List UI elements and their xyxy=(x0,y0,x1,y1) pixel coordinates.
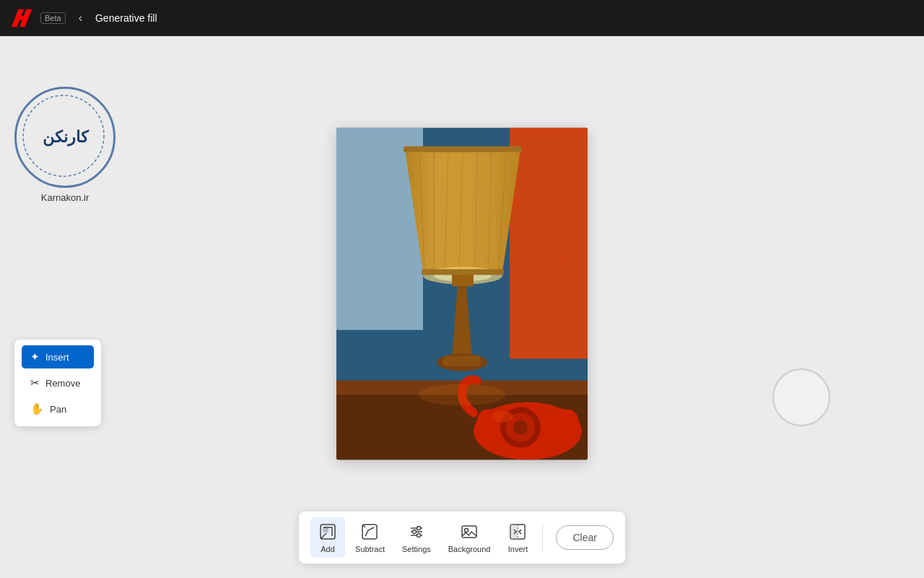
background-icon xyxy=(459,522,479,542)
insert-tool-label: Insert xyxy=(45,352,69,363)
settings-icon xyxy=(406,522,427,542)
insert-tool-button[interactable]: ✦ Insert xyxy=(22,345,94,368)
svg-rect-3 xyxy=(510,128,588,359)
add-label: Add xyxy=(321,545,335,553)
subtract-tool-button[interactable]: Subtract xyxy=(348,517,392,558)
watermark-ring-svg xyxy=(17,89,110,183)
svg-point-24 xyxy=(513,420,528,435)
tool-panel: ✦ Insert ✂ Remove ✋ Pan xyxy=(14,340,101,426)
invert-label: Invert xyxy=(508,545,528,553)
watermark: کارنکن Karnakon.ir xyxy=(14,87,116,203)
watermark-circle: کارنکن xyxy=(14,87,116,188)
main-canvas-area: کارنکن Karnakon.ir ✦ Insert ✂ Remove ✋ P… xyxy=(0,36,924,578)
topbar-title: Generative fill xyxy=(95,12,157,24)
add-tool-button[interactable]: Add xyxy=(310,517,345,558)
svg-point-38 xyxy=(417,534,420,538)
brush-circle xyxy=(772,368,830,426)
clear-button[interactable]: Clear xyxy=(556,525,613,550)
svg-text:R: R xyxy=(549,246,567,279)
pan-tool-icon: ✋ xyxy=(30,402,44,415)
beta-badge: Beta xyxy=(40,12,66,24)
topbar: Beta ‹ Generative fill xyxy=(0,0,924,36)
svg-point-29 xyxy=(419,384,505,406)
svg-point-37 xyxy=(412,530,416,534)
back-button[interactable]: ‹ xyxy=(74,9,87,27)
watermark-text-en: Karnakon.ir xyxy=(14,192,116,203)
svg-point-40 xyxy=(465,529,468,532)
pan-tool-button[interactable]: ✋ Pan xyxy=(22,397,94,420)
insert-tool-icon: ✦ xyxy=(30,350,40,363)
svg-rect-19 xyxy=(443,356,481,366)
remove-tool-button[interactable]: ✂ Remove xyxy=(22,371,94,394)
settings-tool-button[interactable]: Settings xyxy=(395,517,438,558)
add-icon xyxy=(318,522,338,542)
toolbar-divider xyxy=(542,523,543,552)
subtract-label: Subtract xyxy=(355,545,385,553)
adobe-logo xyxy=(12,8,32,28)
pan-tool-label: Pan xyxy=(50,404,66,415)
invert-icon xyxy=(507,522,528,542)
photo-svg: R xyxy=(336,128,588,460)
svg-marker-7 xyxy=(405,150,520,272)
subtract-icon xyxy=(360,522,380,542)
invert-tool-button[interactable]: Invert xyxy=(500,517,535,558)
svg-point-36 xyxy=(417,527,420,530)
svg-rect-28 xyxy=(422,269,504,275)
svg-rect-39 xyxy=(462,526,476,538)
background-tool-button[interactable]: Background xyxy=(441,517,498,558)
remove-tool-icon: ✂ xyxy=(30,376,40,389)
remove-tool-label: Remove xyxy=(45,378,80,389)
bottom-toolbar: Add Subtract xyxy=(299,512,625,564)
svg-rect-31 xyxy=(323,527,328,532)
svg-point-0 xyxy=(23,95,104,176)
settings-label: Settings xyxy=(402,545,431,553)
image-canvas: R xyxy=(336,128,588,460)
svg-point-25 xyxy=(492,411,513,423)
background-label: Background xyxy=(448,545,491,553)
svg-rect-27 xyxy=(404,147,522,152)
